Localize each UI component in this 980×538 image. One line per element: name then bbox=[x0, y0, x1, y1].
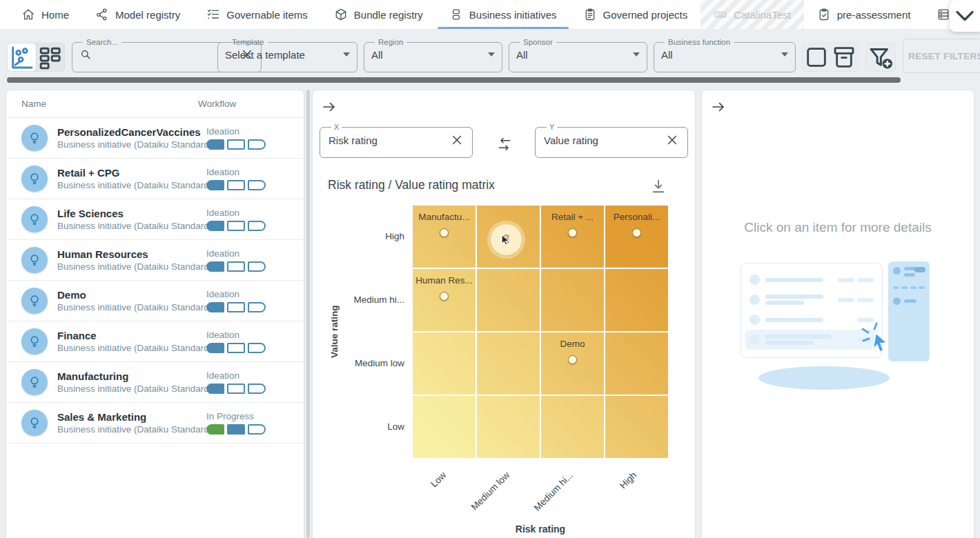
business-function-select[interactable]: Business function All bbox=[654, 38, 796, 72]
list-item[interactable]: ManufacturingBusiness initiative (Dataik… bbox=[6, 362, 304, 403]
workflow-progress bbox=[206, 302, 297, 312]
matrix-cell[interactable]: Retail + ... bbox=[541, 206, 604, 268]
matrix-point[interactable] bbox=[440, 228, 449, 237]
workflow-status: Ideation bbox=[206, 126, 297, 137]
initiative-name: Sales & Marketing bbox=[57, 411, 206, 424]
add-filter-button[interactable] bbox=[865, 43, 896, 72]
tab-catalinatest[interactable]: NEWCatalinaTest bbox=[700, 0, 804, 29]
archive-icon bbox=[830, 43, 858, 71]
matrix-cell[interactable] bbox=[541, 396, 604, 458]
list-item[interactable]: PersonalizedCancerVaccinesBusiness initi… bbox=[6, 118, 304, 159]
tab-label: pre-assessment bbox=[837, 9, 911, 21]
list-item[interactable]: Life SciencesBusiness initiative (Dataik… bbox=[6, 199, 304, 240]
tab-governable-items[interactable]: Governable items bbox=[193, 0, 321, 29]
scatter-chart-icon bbox=[8, 43, 36, 72]
initiative-name: Demo bbox=[57, 289, 206, 301]
search-label: Search... bbox=[83, 38, 121, 46]
list-item[interactable]: FinanceBusiness initiative (Dataiku Stan… bbox=[6, 321, 304, 362]
matrix-point[interactable] bbox=[440, 292, 449, 301]
filter-bar: Search... Template Select a template Reg… bbox=[0, 29, 980, 90]
sponsor-select[interactable]: Sponsor All bbox=[509, 38, 647, 72]
horizontal-scrollbar[interactable] bbox=[7, 77, 901, 83]
tab-model-registry[interactable]: Model registry bbox=[82, 0, 193, 29]
matrix-cell[interactable] bbox=[605, 396, 668, 458]
matrix-cell[interactable] bbox=[605, 332, 668, 395]
illustration-side-card bbox=[888, 261, 930, 361]
arrow-right-icon bbox=[710, 99, 727, 115]
swap-axes-button[interactable] bbox=[496, 136, 513, 152]
initiative-avatar bbox=[21, 247, 48, 273]
matrix-point[interactable] bbox=[568, 355, 577, 364]
matrix-cell[interactable] bbox=[477, 396, 540, 458]
matrix-view-button[interactable] bbox=[8, 43, 36, 71]
initiative-name: PersonalizedCancerVaccines bbox=[57, 126, 206, 139]
template-value: Select a template bbox=[225, 49, 337, 61]
workflow-status: Ideation bbox=[206, 330, 297, 340]
workflow-status: In Progress bbox=[206, 411, 297, 421]
stacked-cards-icon bbox=[449, 8, 463, 21]
card-view-button[interactable] bbox=[36, 43, 64, 71]
matrix-cell[interactable] bbox=[413, 396, 476, 458]
matrix-cell[interactable]: Human Res... bbox=[413, 269, 476, 331]
workflow-cell: Ideation bbox=[206, 289, 297, 312]
filter-plus-icon bbox=[866, 43, 895, 72]
matrix-cell[interactable]: 3 bbox=[477, 206, 540, 268]
tab-business-initiatives[interactable]: Business initiatives bbox=[436, 0, 570, 29]
download-chart-button[interactable] bbox=[649, 177, 667, 195]
caret-down-icon bbox=[781, 52, 788, 57]
matrix-point[interactable] bbox=[568, 228, 577, 237]
y-axis-select[interactable]: Y Value rating bbox=[535, 123, 688, 158]
list-item[interactable]: DemoBusiness initiative (Dataiku Standar… bbox=[6, 281, 304, 321]
tab-governed-projects[interactable]: Governed projects bbox=[570, 0, 701, 29]
workflow-status: Ideation bbox=[206, 289, 297, 299]
matrix-cell[interactable]: Manufactu... bbox=[413, 206, 476, 268]
template-label: Template bbox=[228, 38, 268, 46]
initiative-subtitle: Business initiative (Dataiku Standard) bbox=[57, 139, 206, 150]
list-item[interactable]: Retail + CPGBusiness initiative (Dataiku… bbox=[6, 159, 304, 199]
y-tick-label: Medium low bbox=[332, 357, 404, 370]
template-select[interactable]: Template Select a template bbox=[217, 38, 357, 72]
search-input[interactable] bbox=[97, 49, 235, 61]
collapse-details-panel-button[interactable] bbox=[710, 99, 727, 115]
y-axis-clear-button[interactable] bbox=[665, 133, 679, 147]
reset-filters-button[interactable]: RESET FILTERS bbox=[903, 39, 980, 73]
workflow-cell: Ideation bbox=[206, 208, 297, 231]
matrix-point[interactable] bbox=[632, 228, 641, 237]
tab-pre-assessment[interactable]: pre-assessment bbox=[804, 0, 924, 29]
collapse-matrix-panel-button[interactable] bbox=[321, 99, 337, 115]
matrix-cell[interactable] bbox=[413, 332, 476, 395]
initiative-avatar bbox=[21, 410, 48, 436]
workflow-status: Ideation bbox=[206, 248, 297, 259]
server-icon bbox=[937, 8, 950, 21]
initiative-name: Finance bbox=[57, 330, 206, 342]
business-function-value: All bbox=[661, 49, 776, 61]
matrix-cell[interactable] bbox=[477, 332, 540, 395]
list-item[interactable]: Human ResourcesBusiness initiative (Data… bbox=[6, 240, 304, 281]
nav-overflow-button[interactable] bbox=[950, 0, 980, 32]
region-select[interactable]: Region All bbox=[364, 38, 502, 72]
workflow-progress bbox=[206, 139, 297, 150]
y-axis-title: Value rating bbox=[329, 268, 340, 395]
tab-bundle-registry[interactable]: Bundle registry bbox=[321, 0, 436, 29]
column-workflow: Workflow bbox=[198, 99, 288, 109]
matrix-cell[interactable] bbox=[605, 269, 668, 331]
lightbulb-icon bbox=[27, 130, 42, 146]
active-items-button[interactable] bbox=[803, 43, 830, 71]
list-item[interactable]: Sales & MarketingBusiness initiative (Da… bbox=[6, 403, 304, 444]
sponsor-label: Sponsor bbox=[520, 38, 556, 46]
archived-items-button[interactable] bbox=[830, 43, 858, 71]
workflow-progress bbox=[206, 383, 297, 394]
workflow-status: Ideation bbox=[206, 167, 297, 177]
home-icon bbox=[21, 8, 35, 21]
matrix-cell[interactable]: Personali... bbox=[605, 206, 668, 268]
matrix-cluster[interactable]: 3 bbox=[491, 224, 522, 255]
matrix-cell[interactable] bbox=[477, 269, 540, 331]
matrix-cell[interactable]: Demo bbox=[541, 332, 604, 395]
vertical-scrollbar[interactable] bbox=[306, 90, 310, 538]
x-axis-clear-button[interactable] bbox=[450, 133, 464, 147]
clipboard-check-icon bbox=[817, 8, 831, 21]
x-axis-select[interactable]: X Risk rating bbox=[320, 123, 473, 158]
tab-home[interactable]: Home bbox=[8, 0, 82, 29]
matrix-cell[interactable] bbox=[541, 269, 604, 331]
workflow-cell: Ideation bbox=[206, 330, 297, 353]
